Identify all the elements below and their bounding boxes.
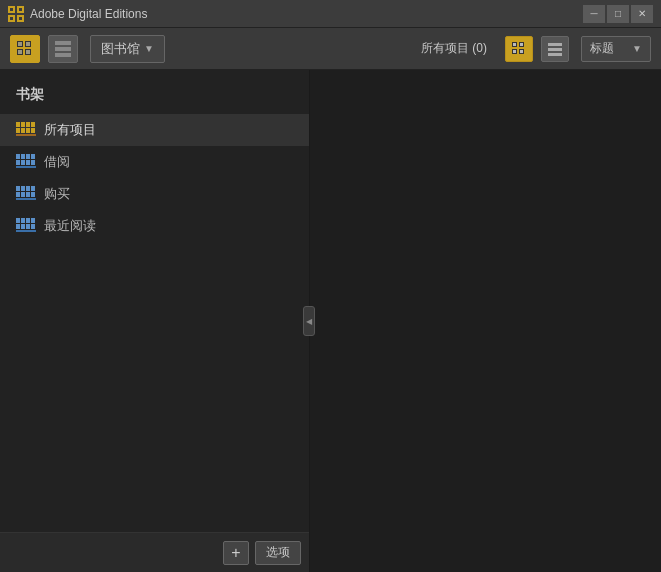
list-icon xyxy=(54,40,72,58)
maximize-button[interactable]: □ xyxy=(607,5,629,23)
svg-rect-41 xyxy=(26,154,30,159)
sidebar-resize-handle[interactable] xyxy=(303,306,315,336)
svg-rect-28 xyxy=(548,48,562,51)
svg-rect-51 xyxy=(31,186,35,191)
svg-rect-17 xyxy=(55,47,71,51)
svg-rect-30 xyxy=(16,122,20,127)
svg-rect-13 xyxy=(26,42,30,46)
svg-rect-56 xyxy=(16,198,36,200)
svg-rect-54 xyxy=(26,192,30,197)
svg-rect-47 xyxy=(16,166,36,168)
sort-label: 标题 xyxy=(590,40,614,57)
sidebar-item-all-label: 所有项目 xyxy=(44,121,96,139)
list-view-button[interactable] xyxy=(48,35,78,63)
svg-rect-25 xyxy=(513,50,516,53)
svg-rect-65 xyxy=(16,230,36,232)
svg-rect-24 xyxy=(520,43,523,46)
right-grid-view-button[interactable] xyxy=(505,36,533,62)
content-area xyxy=(310,70,661,572)
borrow-icon xyxy=(16,154,36,170)
purchase-icon xyxy=(16,186,36,202)
svg-rect-26 xyxy=(520,50,523,53)
svg-rect-14 xyxy=(18,50,22,54)
svg-rect-58 xyxy=(21,218,25,223)
window-controls: ─ □ ✕ xyxy=(583,5,653,23)
sidebar-item-borrow[interactable]: 借阅 xyxy=(0,146,309,178)
status-label: 所有项目 (0) xyxy=(421,40,487,57)
sidebar-item-purchase[interactable]: 购买 xyxy=(0,178,309,210)
svg-rect-12 xyxy=(18,42,22,46)
svg-rect-7 xyxy=(19,17,22,20)
sidebar-item-recent-label: 最近阅读 xyxy=(44,217,96,235)
sidebar: 书架 所有项目 xyxy=(0,70,310,572)
svg-rect-34 xyxy=(16,128,20,133)
library-dropdown[interactable]: 图书馆 ▼ xyxy=(90,35,165,63)
svg-rect-32 xyxy=(26,122,30,127)
sidebar-item-recent[interactable]: 最近阅读 xyxy=(0,210,309,242)
svg-rect-39 xyxy=(16,154,20,159)
toolbar: 图书馆 ▼ 所有项目 (0) 标题 ▼ xyxy=(0,28,661,70)
svg-rect-60 xyxy=(31,218,35,223)
svg-rect-6 xyxy=(10,17,13,20)
svg-rect-16 xyxy=(55,41,71,45)
svg-rect-52 xyxy=(16,192,20,197)
svg-rect-42 xyxy=(31,154,35,159)
library-label: 图书馆 xyxy=(101,40,140,58)
main-area: 书架 所有项目 xyxy=(0,70,661,572)
svg-rect-33 xyxy=(31,122,35,127)
sidebar-item-purchase-label: 购买 xyxy=(44,185,70,203)
svg-rect-44 xyxy=(21,160,25,165)
svg-rect-37 xyxy=(31,128,35,133)
right-list-view-button[interactable] xyxy=(541,36,569,62)
sidebar-footer: + 选项 xyxy=(0,532,309,572)
svg-rect-49 xyxy=(21,186,25,191)
svg-rect-36 xyxy=(26,128,30,133)
shelf-heading: 书架 xyxy=(0,70,309,114)
sort-chevron-icon: ▼ xyxy=(632,43,642,54)
svg-rect-45 xyxy=(26,160,30,165)
svg-rect-62 xyxy=(21,224,25,229)
svg-rect-29 xyxy=(548,53,562,56)
svg-rect-63 xyxy=(26,224,30,229)
svg-rect-5 xyxy=(19,8,22,11)
svg-rect-55 xyxy=(31,192,35,197)
svg-rect-46 xyxy=(31,160,35,165)
svg-rect-4 xyxy=(10,8,13,11)
svg-rect-59 xyxy=(26,218,30,223)
app-icon xyxy=(8,6,24,22)
svg-rect-38 xyxy=(16,134,36,136)
svg-rect-40 xyxy=(21,154,25,159)
svg-rect-53 xyxy=(21,192,25,197)
right-list-icon xyxy=(547,41,563,57)
svg-rect-57 xyxy=(16,218,20,223)
grid-view-button[interactable] xyxy=(10,35,40,63)
svg-rect-43 xyxy=(16,160,20,165)
options-button[interactable]: 选项 xyxy=(255,541,301,565)
svg-rect-50 xyxy=(26,186,30,191)
svg-rect-23 xyxy=(513,43,516,46)
sidebar-item-all[interactable]: 所有项目 xyxy=(0,114,309,146)
minimize-button[interactable]: ─ xyxy=(583,5,605,23)
svg-rect-15 xyxy=(26,50,30,54)
library-chevron-icon: ▼ xyxy=(144,43,154,54)
svg-rect-61 xyxy=(16,224,20,229)
app-title: Adobe Digital Editions xyxy=(30,7,583,21)
all-items-icon xyxy=(16,122,36,138)
add-shelf-button[interactable]: + xyxy=(223,541,249,565)
svg-rect-35 xyxy=(21,128,25,133)
svg-rect-18 xyxy=(55,53,71,57)
svg-rect-27 xyxy=(548,43,562,46)
svg-rect-64 xyxy=(31,224,35,229)
right-grid-icon xyxy=(511,41,527,57)
grid-icon xyxy=(16,40,34,58)
title-bar: Adobe Digital Editions ─ □ ✕ xyxy=(0,0,661,28)
sort-dropdown[interactable]: 标题 ▼ xyxy=(581,36,651,62)
close-button[interactable]: ✕ xyxy=(631,5,653,23)
svg-rect-48 xyxy=(16,186,20,191)
sidebar-item-borrow-label: 借阅 xyxy=(44,153,70,171)
svg-rect-31 xyxy=(21,122,25,127)
recent-icon xyxy=(16,218,36,234)
